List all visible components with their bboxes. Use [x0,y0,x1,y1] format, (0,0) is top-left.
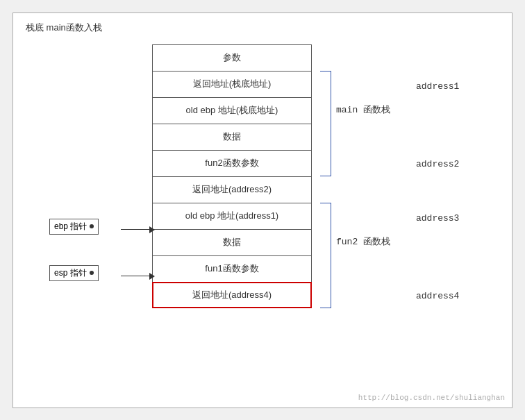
cell-fun2params: fun2函数参数 [152,150,312,176]
ebp-arrowhead [149,226,155,233]
address2-label: address2 [416,159,459,169]
cell-data2: 数据 [152,229,312,255]
address1-label: address1 [416,81,459,92]
main-stack-label: main 函数栈 [336,103,390,116]
watermark: http://blog.csdn.net/shulianghan [358,394,505,402]
ebp-arrow [121,229,152,230]
esp-pointer-box: esp 指针 [49,265,99,281]
fun2-stack-label: fun2 函数栈 [336,235,390,248]
cell-data1: 数据 [152,124,312,150]
cell-retaddr2: 返回地址(address2) [152,176,312,203]
cell-params: 参数 [152,44,312,71]
esp-arrowhead [149,273,155,280]
cell-oldebp1: old ebp 地址(栈底地址) [152,97,312,124]
address3-label: address3 [416,213,459,224]
cell-retaddr3: 返回地址(address4) [152,282,312,308]
ebp-pointer-box: ebp 指针 [49,219,99,235]
bracket-fun2 [320,203,331,308]
address4-label: address4 [416,291,459,301]
bracket-main [320,71,331,176]
cell-fun1params: fun1函数参数 [152,255,312,282]
ebp-dot [90,224,94,228]
diagram-title: 栈底 main函数入栈 [26,22,102,34]
esp-dot [90,271,94,275]
cell-oldebp2: old ebp 地址(address1) [152,203,312,229]
esp-arrow [121,276,152,276]
cell-retaddr1: 返回地址(栈底地址) [152,71,312,97]
diagram-container: 栈底 main函数入栈 参数 返回地址(栈底地址) old ebp 地址(栈底地… [12,12,512,408]
stack-area: 参数 返回地址(栈底地址) old ebp 地址(栈底地址) 数据 fun2函数… [152,44,312,308]
